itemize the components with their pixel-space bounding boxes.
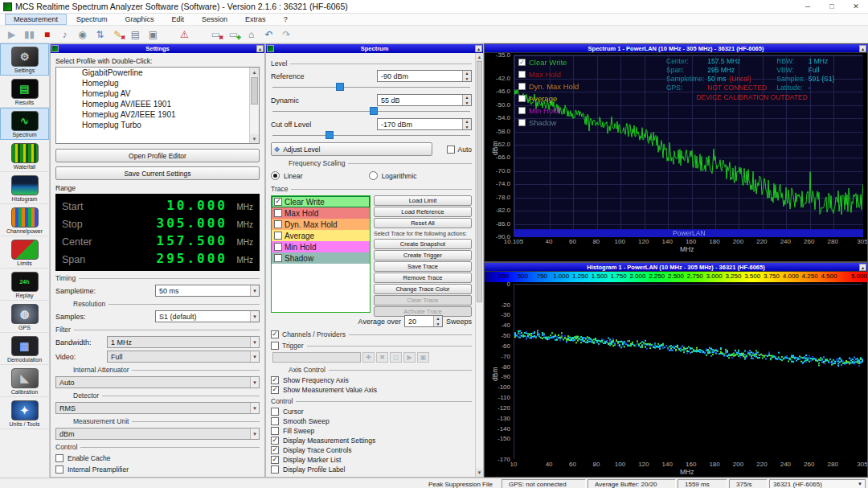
settings-enable-cache-checkbox[interactable] xyxy=(55,454,63,462)
adjust-level-button[interactable]: ✥Adjust Level xyxy=(271,142,432,156)
spin-down-icon[interactable]: ▼ xyxy=(463,125,471,130)
profile-list-item[interactable]: Homeplug AV/IEEE 1901 xyxy=(56,99,259,109)
dynamic-slider[interactable] xyxy=(272,107,470,116)
profile-list-item[interactable]: Homeplug xyxy=(56,78,259,88)
device-select[interactable]: 36321 (HF-6065) ▼ xyxy=(769,479,866,488)
bandwidth-select[interactable]: 1 MHz▼ xyxy=(107,336,260,348)
scroll-up-icon[interactable]: ▲ xyxy=(476,53,483,61)
panel-collapse-icon[interactable]: ▴ xyxy=(475,45,482,52)
save-trace-button[interactable]: Save Trace xyxy=(374,261,472,272)
transfer-icon[interactable]: ⇅ xyxy=(92,27,108,41)
reset-all-button[interactable]: Reset All xyxy=(374,218,472,228)
legend-row-min-hold[interactable]: Min Hold xyxy=(518,106,579,115)
maximize-button[interactable]: □ xyxy=(820,0,844,13)
legend-checkbox[interactable] xyxy=(518,83,526,90)
menu-item-[interactable]: ? xyxy=(276,14,296,24)
sidebar-item-results[interactable]: ▤Results xyxy=(0,76,49,108)
save-current-settings-button[interactable]: Save Current Settings xyxy=(55,166,260,180)
cutoff-spinner-arrows[interactable]: ▲▼ xyxy=(462,119,471,129)
trace-row-min-hold[interactable]: Min Hold xyxy=(272,241,370,252)
spin-down-icon[interactable]: ▼ xyxy=(463,76,471,82)
legend-row-shadow[interactable]: Shadow xyxy=(518,118,579,127)
legend-row-clear-write[interactable]: Clear Write xyxy=(518,58,579,67)
trace-row-shadow[interactable]: Shadow xyxy=(272,252,370,264)
scrollbar-thumb[interactable] xyxy=(251,77,258,105)
audio-icon[interactable]: ♪ xyxy=(57,27,72,41)
play-icon[interactable]: ▶ xyxy=(4,27,19,41)
change-trace-color-button[interactable]: Change Trace Color xyxy=(374,284,472,294)
cutoff-spinner[interactable]: -170 dBm▲▼ xyxy=(377,118,472,130)
close-button[interactable]: ✕ xyxy=(844,0,868,13)
settings-panel-header[interactable]: Settings ▴ xyxy=(51,44,264,53)
profile-list-item[interactable]: GigabitPowerline xyxy=(56,68,259,78)
spectrum-panel-scrollbar[interactable]: ▲ ▼ xyxy=(475,53,483,477)
sidebar-item-calibration[interactable]: ◣Calibration xyxy=(0,365,49,397)
auto-level-checkbox[interactable] xyxy=(447,146,455,154)
create-trigger-button[interactable]: Create Trigger xyxy=(374,250,472,260)
pause-icon[interactable]: ▮▮ xyxy=(22,27,37,41)
panel-collapse-icon[interactable]: ▴ xyxy=(859,264,866,271)
sidebar-item-limits[interactable]: Limits xyxy=(0,236,49,269)
trace-row-clear-write[interactable]: Clear Write xyxy=(272,196,370,207)
logarithmic-radio[interactable] xyxy=(369,171,378,180)
scroll-down-icon[interactable]: ▼ xyxy=(250,134,259,143)
spectrum-panel-header[interactable]: Spectrum ▴ xyxy=(266,44,483,53)
spectrum-chart-header[interactable]: Spectrum 1 - PowerLAN (10 MHz - 305 MHz)… xyxy=(485,44,867,53)
trace-row-dyn-max-hold[interactable]: Dyn. Max Hold xyxy=(272,219,370,230)
trace-checkbox[interactable] xyxy=(274,243,282,251)
dynamic-slider-thumb[interactable] xyxy=(370,107,378,115)
reference-spinner-arrows[interactable]: ▲▼ xyxy=(462,71,471,81)
session-icon[interactable]: ▤ xyxy=(128,27,143,41)
menu-item-measurement[interactable]: Measurement xyxy=(5,14,67,25)
sidebar-item-spectrum[interactable]: ∿Spectrum xyxy=(0,108,49,140)
trace-list[interactable]: Clear WriteMax HoldDyn. Max HoldAverageM… xyxy=(271,195,371,313)
show-measurement-value-axis-checkbox[interactable] xyxy=(271,386,279,394)
display-trace-controls-checkbox[interactable] xyxy=(271,446,279,454)
display-marker-list-checkbox[interactable] xyxy=(271,456,279,464)
spin-down-icon[interactable]: ▼ xyxy=(463,100,471,106)
menu-item-edit[interactable]: Edit xyxy=(164,14,193,24)
display-profile-label-checkbox[interactable] xyxy=(271,465,279,474)
panel-collapse-icon[interactable]: ▴ xyxy=(256,45,264,52)
sidebar-item-replay[interactable]: 24hReplay xyxy=(0,269,49,301)
spin-down-icon[interactable]: ▼ xyxy=(434,322,442,327)
fill-sweep-checkbox[interactable] xyxy=(271,427,279,435)
sidebar-item-channelpower[interactable]: Channelpower xyxy=(0,204,49,236)
trace-row-max-hold[interactable]: Max Hold xyxy=(272,207,370,219)
smooth-sweep-checkbox[interactable] xyxy=(271,417,279,425)
create-snapshot-button[interactable]: Create Snapshot xyxy=(374,239,472,249)
average-spinner-arrows[interactable]: ▲▼ xyxy=(433,316,442,326)
legend-checkbox[interactable] xyxy=(518,119,526,126)
cutoff-slider-thumb[interactable] xyxy=(326,131,334,139)
display-measurement-settings-checkbox[interactable] xyxy=(271,437,279,445)
remove-trace-button[interactable]: Remove Trace xyxy=(374,273,472,283)
samples-select[interactable]: S1 (default)▼ xyxy=(155,310,260,322)
profile-list-scrollbar[interactable]: ▲▼ xyxy=(249,68,259,143)
channels-providers-checkbox[interactable] xyxy=(271,330,279,338)
sidebar-item-units-tools[interactable]: ✦Units / Tools xyxy=(0,397,49,429)
profile-list-item[interactable]: Homeplug AV2/IEEE 1901 xyxy=(56,109,259,120)
measurement-unit-select[interactable]: dBm▼ xyxy=(55,428,260,440)
legend-checkbox[interactable] xyxy=(518,107,526,114)
legend-checkbox[interactable] xyxy=(518,95,526,102)
profile-list-item[interactable]: Homeplug AV xyxy=(56,88,259,99)
menu-item-graphics[interactable]: Graphics xyxy=(117,14,162,24)
record-stop-icon[interactable]: ■ xyxy=(39,27,55,41)
attenuator-select[interactable]: Auto▼ xyxy=(55,376,260,388)
sidebar-item-settings[interactable]: ⚙Settings xyxy=(0,43,49,76)
cursor-checkbox[interactable] xyxy=(271,408,279,416)
redo-icon[interactable]: ↷ xyxy=(279,27,294,41)
trace-checkbox[interactable] xyxy=(274,220,282,228)
video-select[interactable]: Full▼ xyxy=(107,351,260,363)
scroll-up-icon[interactable]: ▲ xyxy=(250,68,259,76)
legend-row-dyn-max-hold[interactable]: Dyn. Max Hold xyxy=(518,82,579,91)
show-frequency-axis-checkbox[interactable] xyxy=(271,376,279,384)
cutoff-slider[interactable] xyxy=(272,131,470,140)
snapshot-icon[interactable]: ◉ xyxy=(75,27,90,41)
detector-select[interactable]: RMS▼ xyxy=(55,402,260,414)
sampletime-select[interactable]: 50 ms▼ xyxy=(155,285,260,297)
histogram-chart-header[interactable]: Histogram 1 - PowerLAN (10 MHz - 305 MHz… xyxy=(485,263,867,272)
trace-checkbox[interactable] xyxy=(274,198,282,206)
legend-checkbox[interactable] xyxy=(518,71,526,78)
alarm-icon[interactable]: ⚠ xyxy=(177,27,192,41)
